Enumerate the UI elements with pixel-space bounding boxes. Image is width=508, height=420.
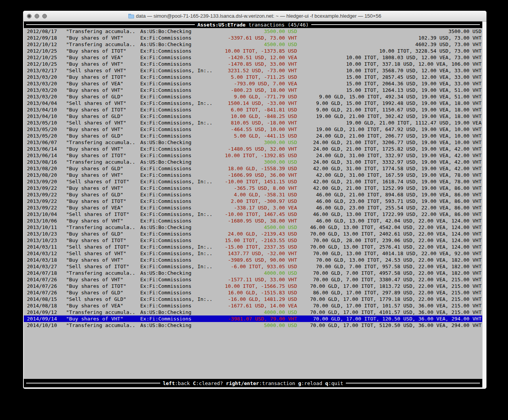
transaction-description: "Buy shares of GLD" [66,191,123,198]
transaction-row[interactable]: 2013/09/22 "Buy shares of ITOT" Ex:Fi:Co… [24,198,482,204]
transaction-row[interactable]: 2013/03/20 "Buy shares of VEA" Ex:Fi:Com… [24,80,482,87]
transaction-row[interactable]: 2013/09/22 "Buy shares of VHT" Ex:Fi:Com… [24,185,482,191]
transaction-running-balance: 3500.00 USD [302,28,481,35]
transaction-other-accounts: Ex:Fi:Commissions [140,315,191,322]
transaction-amount: 9.00 GLD, -771.79 USD [189,93,297,100]
transaction-row[interactable]: 2013/06/07 "Transfering accumula.. As:US… [24,139,482,146]
transaction-row[interactable]: 2014/10/10 "Transfering accumula.. As:US… [24,322,482,329]
transaction-description: "Sell shares of VHT" [66,250,126,257]
transaction-date: 2013/05/20 [27,126,57,133]
transaction-row[interactable]: 2013/10/11 "Transfering accumula.. As:US… [24,224,482,231]
transaction-date: 2014/10/10 [27,322,57,329]
transaction-row[interactable]: 2013/08/20 "Buy shares of VHT" Ex:Fi:Com… [24,172,482,178]
transaction-date: 2013/08/20 [27,165,57,172]
transaction-row[interactable]: 2014/09/14 "Buy shares of VHT" Ex:Fi:Com… [24,315,482,322]
transaction-running-balance: 70.00 GLD, 17.00 ITOT, 4101.57 USD, 36.0… [302,309,481,315]
transaction-running-balance: 9.00 GLD, 15.00 ITOT, 1992.48 USD, 19.00… [302,100,481,106]
transaction-date: 2013/10/06 [27,217,57,224]
transaction-row[interactable]: 2014/09/12 "Transfering accumula.. As:US… [24,309,482,315]
transaction-row[interactable]: 2013/08/16 "Transfering accumula.. As:US… [24,159,482,165]
transaction-row[interactable]: 2014/07/18 "Transfering accumula.. As:US… [24,270,482,276]
transaction-row[interactable]: 2013/04/10 "Buy shares of GLD" Ex:Fi:Com… [24,113,482,120]
transaction-row[interactable]: 2014/03/11 "Sell shares of ITOT" Ex:Fi:C… [24,244,482,250]
help-key-left: left [163,380,175,386]
transaction-amount: -464.55 USD, 10.00 VHT [189,126,297,133]
transaction-row[interactable]: 2013/10/23 "Buy shares of ITOT" Ex:Fi:Co… [24,237,482,244]
transaction-row[interactable]: 2014/07/26 "Buy shares of GLD" Ex:Fi:Com… [24,289,482,296]
transaction-row[interactable]: 2012/09/18 "Buy shares of VHT" Ex:Fi:Com… [24,35,482,41]
transaction-amount: 5000.00 USD [189,322,297,329]
transaction-description: "Buy shares of VHT" [66,87,123,93]
transaction-date: 2013/03/20 [27,87,57,93]
transaction-running-balance: 42.00 GLD, 31.00 ITOT, 1774.58 USD, 19.0… [302,165,481,172]
transaction-row[interactable]: 2013/09/22 "Buy shares of GLD" Ex:Fi:Com… [24,191,482,198]
transaction-row[interactable]: 2013/06/14 "Buy shares of VHT" Ex:Fi:Com… [24,146,482,152]
transaction-running-balance: 24.00 GLD, 21.00 ITOT, 206.77 USD, 19.00… [302,133,481,139]
transaction-row[interactable]: 2014/03/12 "Sell shares of VHT" Ex:Fi:Co… [24,250,482,257]
transaction-row[interactable]: 2013/04/10 "Buy shares of ITOT" Ex:Fi:Co… [24,106,482,113]
transaction-row[interactable]: 2014/08/18 "Buy shares of VEA" Ex:Fi:Com… [24,302,482,309]
transaction-description: "Buy shares of ITOT" [66,152,126,159]
transaction-row[interactable]: 2012/08/17 "Transfering accumula.. As:US… [24,28,482,35]
traffic-light-buttons [27,14,47,18]
transaction-row[interactable]: 2013/03/20 "Buy shares of ITOT" Ex:Fi:Co… [24,74,482,80]
header-rule-left [26,22,195,28]
transaction-running-balance: 15.00 ITOT, 2064.36 USD, 19.00 VEA, 33.0… [302,80,481,87]
transaction-row[interactable]: 2013/10/04 "Sell shares of ITOT" Ex:Fi:C… [24,211,482,217]
transaction-row[interactable]: 2013/02/17 "Sell shares of VHT" Ex:Fi:Co… [24,67,482,74]
transaction-row[interactable]: 2013/05/20 "Buy shares of GLD" Ex:Fi:Com… [24,133,482,139]
transaction-row[interactable]: 2013/08/20 "Buy shares of GLD" Ex:Fi:Com… [24,165,482,172]
transaction-date: 2013/04/04 [27,100,57,106]
transaction-date: 2013/09/20 [27,178,57,185]
transaction-row[interactable]: 2012/10/25 "Buy shares of VEA" Ex:Fi:Com… [24,54,482,61]
transaction-row[interactable]: 2012/10/25 "Buy shares of ITOT" Ex:Fi:Co… [24,48,482,54]
transaction-row[interactable]: 2013/04/04 "Sell shares of VHT" Ex:Fi:Co… [24,100,482,106]
transaction-amount: 4.00 GLD, -358.31 USD [189,191,297,198]
transaction-row[interactable]: 2012/10/12 "Transfering accumula.. As:US… [24,41,482,48]
minimize-button[interactable] [35,14,39,18]
transaction-amount: 810.05 USD, -18.00 VHT [189,120,297,126]
transaction-date: 2014/08/15 [27,296,57,302]
transaction-running-balance: 24.00 GLD, 21.00 ITOT, 3206.77 USD, 19.0… [302,139,481,146]
transaction-row[interactable]: 2013/06/14 "Buy shares of ITOT" Ex:Fi:Co… [24,152,482,159]
transaction-row[interactable]: 2013/03/20 "Buy shares of GLD" Ex:Fi:Com… [24,93,482,100]
transaction-row[interactable]: 2014/08/15 "Sell shares of GLD" Ex:Fi:Co… [24,296,482,302]
transaction-row[interactable]: 2013/10/23 "Buy shares of GLD" Ex:Fi:Com… [24,231,482,237]
transaction-amount: 5.00 GLD, -441.15 USD [189,133,297,139]
transaction-description: "Sell shares of ITOT" [66,211,129,217]
transaction-row[interactable]: 2012/10/25 "Buy shares of VHT" Ex:Fi:Com… [24,61,482,67]
transaction-row[interactable]: 2014/03/18 "Buy shares of VHT" Ex:Fi:Com… [24,257,482,263]
transaction-running-balance: 10.00 ITOT, 3228.54 USD, 73.00 VHT [302,48,481,54]
register-subtitle: transactions (45/46) [249,22,309,28]
close-button[interactable] [27,14,32,18]
transaction-other-accounts: Ex:Fi:Commissions [140,35,191,41]
transaction-row[interactable]: 2013/09/20 "Sell shares of ITOT" Ex:Fi:C… [24,178,482,185]
transaction-row[interactable]: 2013/05/10 "Sell shares of VHT" Ex:Fi:Co… [24,120,482,126]
transaction-row[interactable]: 2014/07/26 "Buy shares of ITOT" Ex:Fi:Co… [24,283,482,289]
transaction-other-accounts: Ex:Fi:Commissions [140,48,191,54]
transaction-row[interactable]: 2014/07/26 "Buy shares of VHT" Ex:Fi:Com… [24,276,482,283]
transaction-other-accounts: Ex:Fi:Commissions [140,80,191,87]
help-rule-left [26,379,160,387]
transaction-date: 2012/09/18 [27,35,57,41]
transaction-amount: -1420.51 USD, 12.00 VEA [189,54,297,61]
transaction-date: 2014/03/12 [27,250,57,257]
terminal-scrollbar[interactable] [482,22,486,387]
zoom-button[interactable] [42,14,47,18]
transaction-row[interactable]: 2013/05/20 "Buy shares of VHT" Ex:Fi:Com… [24,126,482,133]
transaction-amount: 10.00 ITOT, -1392.85 USD [189,152,297,159]
transaction-running-balance: 42.00 GLD, 31.00 ITOT, 167.59 USD, 19.00… [302,172,481,178]
transaction-other-accounts: Ex:Fi:Commissions [140,152,191,159]
transaction-row[interactable]: 2013/09/22 "Buy shares of VEA" Ex:Fi:Com… [24,204,482,211]
transaction-amount: -10.00 ITOT, 1451.15 USD [189,178,297,185]
register-header-bar: Assets:US:ETrade transactions (45/46) [24,22,482,28]
transaction-date: 2014/03/18 [27,257,57,263]
transaction-description: "Buy shares of VHT" [66,35,123,41]
transaction-description: "Sell shares of VHT" [66,100,126,106]
transaction-row[interactable]: 2014/03/27 "Sell shares of ITOT" Ex:Fi:C… [24,263,482,270]
window-titlebar[interactable]: data — simon@pool-71-165-239-133.lsanca.… [23,11,486,22]
transaction-date: 2012/10/12 [27,41,57,48]
transaction-row[interactable]: 2013/03/20 "Buy shares of VHT" Ex:Fi:Com… [24,87,482,93]
transaction-row[interactable]: 2013/10/06 "Buy shares of VHT" Ex:Fi:Com… [24,217,482,224]
transaction-amount: -3397.61 USD, 73.00 VHT [189,35,297,41]
